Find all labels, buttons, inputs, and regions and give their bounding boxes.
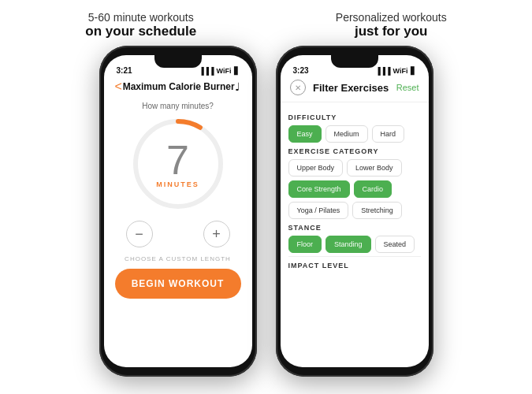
pill-lower-body[interactable]: Lower Body: [347, 159, 402, 177]
minus-icon: −: [135, 226, 143, 243]
pill-floor[interactable]: Floor: [288, 236, 322, 253]
exercise-category-pills: Upper Body Lower Body Core Strength Card…: [288, 159, 421, 219]
impact-level-label: IMPACT LEVEL: [288, 262, 421, 269]
phone1-prompt: How many minutes?: [104, 102, 252, 110]
phone1-nav: < Maximum Calorie Burner ♩: [104, 76, 252, 97]
pill-seated[interactable]: Seated: [375, 236, 415, 253]
left-headline: 5-60 minute workouts on your schedule: [20, 11, 261, 39]
difficulty-pills: Easy Medium Hard: [288, 125, 421, 143]
timer-unit: MINUTES: [156, 180, 199, 188]
battery-icon: ▋: [234, 67, 240, 75]
exercise-category-label: EXERCISE CATEGORY: [288, 147, 421, 155]
plus-button[interactable]: +: [203, 221, 230, 247]
pill-medium[interactable]: Medium: [326, 125, 368, 143]
right-main-text: just for you: [271, 24, 512, 39]
timer-display: 7 MINUTES: [156, 139, 199, 188]
wifi-icon: WiFi: [217, 67, 232, 75]
phone2-screen: 3:23 ▐▐▐ WiFi ▋ ✕ Filter Exercises Reset…: [281, 55, 429, 367]
phone2-signal-icon: ▐▐▐: [375, 67, 390, 75]
stance-pills: Floor Standing Seated: [288, 236, 421, 253]
divider-top: [281, 102, 429, 102]
filter-content: DIFFICULTY Easy Medium Hard EXERCISE CAT…: [281, 106, 429, 367]
pill-hard[interactable]: Hard: [372, 125, 405, 143]
phone2-wifi-icon: WiFi: [393, 67, 408, 75]
plus-icon: +: [212, 226, 221, 243]
pill-yoga-pilates[interactable]: Yoga / Pilates: [288, 202, 349, 219]
right-sub-text: Personalized workouts: [271, 11, 512, 24]
phone1-time: 3:21: [117, 66, 132, 75]
timer-number: 7: [166, 139, 189, 180]
pill-stretching[interactable]: Stretching: [352, 202, 402, 219]
stance-divider: [288, 256, 421, 257]
pill-standing[interactable]: Standing: [326, 236, 371, 253]
reset-button[interactable]: Reset: [396, 83, 419, 92]
filter-title: Filter Exercises: [313, 82, 389, 94]
difficulty-label: DIFFICULTY: [288, 113, 421, 121]
top-headlines: 5-60 minute workouts on your schedule Pe…: [0, 0, 532, 46]
filter-nav: ✕ Filter Exercises Reset: [281, 76, 429, 98]
stance-label: STANCE: [288, 224, 421, 232]
pill-easy[interactable]: Easy: [288, 125, 322, 143]
phone2-status-icons: ▐▐▐ WiFi ▋: [375, 67, 415, 75]
pill-cardio[interactable]: Cardio: [354, 180, 392, 198]
custom-length-link[interactable]: CHOOSE A CUSTOM LENGTH: [104, 255, 252, 262]
back-button[interactable]: <: [115, 80, 122, 94]
phone2-notch: [331, 55, 378, 68]
phones-container: 3:21 ▐▐▐ WiFi ▋ < Maximum Calorie Burner…: [0, 46, 532, 394]
controls-row: − +: [104, 214, 252, 254]
phone-1: 3:21 ▐▐▐ WiFi ▋ < Maximum Calorie Burner…: [99, 46, 257, 377]
begin-workout-button[interactable]: BEGIN WORKOUT: [115, 269, 241, 299]
right-headline: Personalized workouts just for you: [271, 11, 512, 39]
phone2-battery-icon: ▋: [411, 67, 416, 75]
timer-container: 7 MINUTES: [131, 117, 225, 211]
minus-button[interactable]: −: [126, 221, 153, 247]
left-main-text: on your schedule: [20, 24, 261, 39]
close-button[interactable]: ✕: [290, 80, 306, 95]
phone1-screen: 3:21 ▐▐▐ WiFi ▋ < Maximum Calorie Burner…: [104, 55, 252, 367]
phone2-time: 3:23: [293, 66, 309, 75]
phone-2: 3:23 ▐▐▐ WiFi ▋ ✕ Filter Exercises Reset…: [276, 46, 433, 377]
pill-core-strength[interactable]: Core Strength: [288, 180, 350, 198]
phone1-nav-title: Maximum Calorie Burner: [123, 81, 235, 92]
phone1-notch: [154, 55, 202, 68]
left-sub-text: 5-60 minute workouts: [20, 11, 261, 24]
pill-upper-body[interactable]: Upper Body: [288, 159, 344, 177]
signal-icon: ▐▐▐: [199, 67, 214, 75]
phone1-status-icons: ▐▐▐ WiFi ▋: [199, 67, 239, 75]
music-icon[interactable]: ♩: [235, 80, 240, 93]
